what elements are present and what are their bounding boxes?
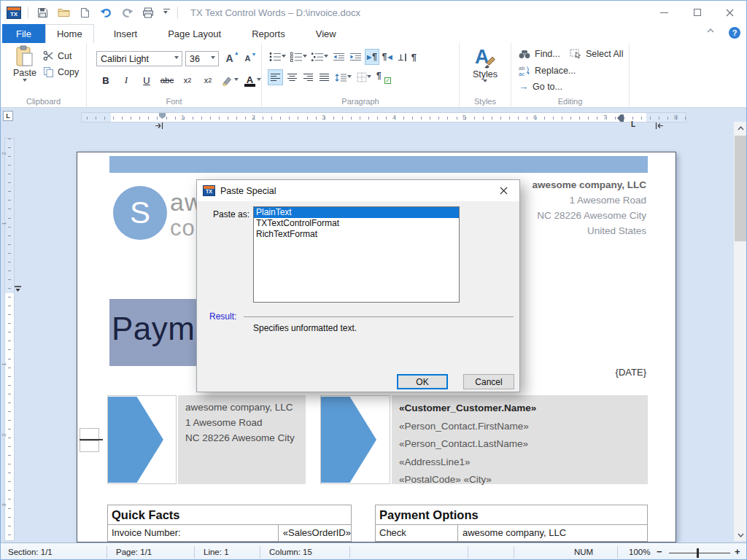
horizontal-ruler[interactable]: 1 2 3 4 5 6 7 8 (81, 112, 686, 122)
paragraph-mark-button[interactable]: ¶ (410, 49, 418, 65)
arrow-shape[interactable] (108, 397, 163, 483)
minimize-button[interactable] (648, 1, 681, 24)
paste-button[interactable]: Paste (8, 45, 42, 96)
sender-address-box[interactable]: awesome company, LLC 1 Awesome Road NC 2… (178, 395, 306, 484)
scroll-down-button[interactable] (734, 529, 746, 541)
listbox-option-txtextcontrolformat[interactable]: TXTextControlFormat (254, 218, 459, 229)
vertical-ruler[interactable] (4, 138, 15, 541)
right-margin-marker[interactable] (654, 122, 663, 129)
help-icon[interactable]: ? (729, 27, 740, 39)
line-spacing-button[interactable] (333, 69, 353, 85)
recipient-address-box[interactable]: «Customer_Customer.Name» «Person_Contact… (392, 395, 648, 484)
scroll-up-button[interactable] (734, 122, 746, 134)
invoice-number-label[interactable]: Invoice Number: (108, 525, 279, 541)
check-label[interactable]: Check (376, 525, 458, 541)
tab-page-layout[interactable]: Page Layout (157, 24, 232, 43)
listbox-option-plaintext[interactable]: PlainText (254, 207, 459, 218)
check-payee[interactable]: awesome company, LLC (458, 525, 566, 541)
redo-icon[interactable] (120, 5, 134, 20)
tab-home[interactable]: Home (45, 24, 94, 43)
subscript-button[interactable]: x2 (180, 73, 195, 88)
date-field[interactable]: {DATE} (616, 367, 646, 378)
zoom-slider-thumb[interactable] (697, 548, 699, 558)
paste-format-listbox[interactable]: PlainText TXTextControlFormat RichTextFo… (253, 206, 460, 303)
font-family-select[interactable]: Calibri Light (96, 51, 182, 66)
sender-arrow-cell[interactable] (107, 395, 177, 484)
open-icon[interactable] (56, 5, 71, 20)
ok-button[interactable]: OK (397, 374, 448, 389)
underline-button[interactable]: U (139, 73, 154, 88)
tab-selector[interactable]: L (3, 111, 13, 121)
cut-button[interactable]: Cut (43, 50, 71, 61)
titlebar[interactable]: TX TX Text Control Words – D:\invoice.do… (1, 1, 746, 24)
goto-button[interactable]: → Go to... (519, 81, 562, 92)
company-header-block[interactable]: awesome company, LLC 1 Awesome Road NC 2… (532, 177, 646, 238)
justify-button[interactable] (317, 69, 331, 85)
listbox-option-richtextformat[interactable]: RichTextFormat (254, 229, 459, 240)
zoom-in-button[interactable]: + (735, 546, 740, 557)
new-document-icon[interactable] (77, 5, 92, 20)
shrink-font-button[interactable]: A▼ (240, 51, 255, 66)
toolbar-options-icon[interactable] (162, 5, 171, 20)
close-button[interactable] (713, 1, 746, 24)
merge-field-postalcode-city[interactable]: «PostalCode» «City» (399, 471, 648, 489)
left-margin-marker[interactable] (155, 122, 164, 129)
highlight-button[interactable] (221, 73, 239, 88)
zoom-out-button[interactable]: − (657, 546, 662, 557)
font-color-button[interactable]: A (244, 73, 261, 88)
recipient-arrow-cell[interactable] (320, 395, 390, 484)
bullets-button[interactable] (268, 49, 287, 65)
merge-field-addressline1[interactable]: «AddressLine1» (399, 454, 648, 472)
tab-file[interactable]: File (2, 24, 45, 43)
strikethrough-button[interactable]: abc (160, 73, 174, 88)
tab-view[interactable]: View (305, 24, 347, 43)
merge-field-customer-name[interactable]: «Customer_Customer.Name» (399, 400, 648, 418)
align-right-button[interactable] (301, 69, 315, 85)
decrease-indent-button[interactable] (331, 49, 347, 65)
right-indent-marker[interactable] (617, 114, 624, 122)
grow-font-button[interactable]: A▲ (222, 51, 237, 66)
styles-button[interactable]: A Styles (460, 46, 511, 96)
right-to-left-button[interactable]: ¶◀ (381, 49, 394, 65)
cancel-button[interactable]: Cancel (463, 374, 514, 389)
bold-button[interactable]: B (98, 73, 113, 88)
undo-icon[interactable] (98, 5, 113, 20)
vertical-scrollbar[interactable] (734, 122, 746, 541)
find-button[interactable]: Find... (519, 49, 560, 59)
numbering-button[interactable] (289, 49, 309, 65)
dialog-titlebar[interactable]: TX Paste Special (197, 180, 519, 201)
save-icon[interactable] (35, 5, 50, 20)
payment-options-table[interactable]: Payment Options Check awesome company, L… (375, 505, 648, 542)
top-margin-marker[interactable] (15, 286, 21, 292)
align-center-button[interactable] (285, 69, 299, 85)
dialog-close-button[interactable] (487, 180, 519, 201)
print-icon[interactable] (141, 5, 155, 20)
quick-facts-table[interactable]: Quick Facts Invoice Number: «SalesOrderI… (107, 505, 352, 542)
left-to-right-button[interactable]: ▶¶ (365, 49, 379, 65)
increase-indent-button[interactable] (348, 49, 363, 65)
maximize-button[interactable] (681, 1, 713, 24)
zoom-slider[interactable] (669, 553, 730, 553)
arrow-shape[interactable] (321, 397, 376, 483)
scrollbar-thumb[interactable] (735, 136, 746, 241)
formatting-marks-button[interactable]: ¶✓ (375, 69, 392, 85)
superscript-button[interactable]: x2 (201, 73, 215, 88)
copy-button[interactable]: Copy (43, 66, 79, 78)
merge-field-salesorderid[interactable]: «SalesOrderID» (279, 525, 351, 541)
select-all-button[interactable]: Select All (570, 49, 623, 59)
tab-stop-marker[interactable]: L (631, 120, 635, 128)
page-header-bar[interactable] (109, 156, 648, 173)
tab-insert[interactable]: Insert (103, 24, 149, 43)
break-button[interactable] (395, 49, 409, 65)
company-logo[interactable]: S (113, 186, 167, 240)
borders-button[interactable] (355, 69, 373, 85)
collapse-ribbon-icon[interactable] (707, 28, 714, 33)
italic-button[interactable]: I (119, 73, 133, 88)
replace-button[interactable]: abac Replace... (519, 65, 576, 76)
multilevel-list-button[interactable] (310, 49, 330, 65)
align-left-button[interactable] (268, 69, 283, 85)
merge-field-firstname[interactable]: «Person_Contact.FirstName» (399, 418, 648, 436)
font-size-select[interactable]: 36 (185, 51, 219, 66)
merge-field-lastname[interactable]: «Person_Contact.LastName» (399, 435, 648, 454)
tab-reports[interactable]: Reports (241, 24, 296, 43)
